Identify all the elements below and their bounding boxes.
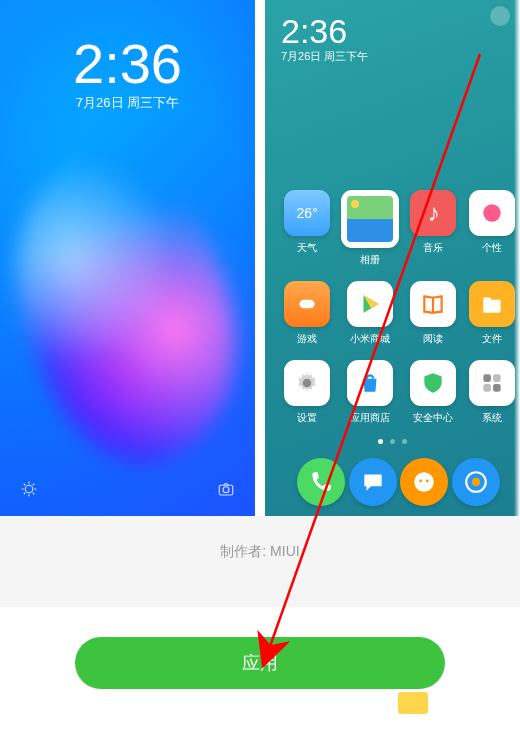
tools-folder-icon [469, 360, 515, 406]
svg-point-2 [223, 487, 229, 493]
app-label: 安全中心 [413, 411, 453, 425]
weather-icon: 26° [284, 190, 330, 236]
svg-point-11 [420, 480, 423, 483]
play-icon [347, 281, 393, 327]
app-label: 个性 [482, 241, 502, 255]
gallery-icon [341, 190, 399, 248]
app-label: 文件 [482, 332, 502, 346]
app-personalize[interactable]: 个性 [468, 190, 516, 267]
lock-clock: 2:36 7月26日 周三下午 [0, 0, 255, 112]
app-gallery[interactable]: 相册 [341, 190, 399, 267]
app-label: 音乐 [423, 241, 443, 255]
gear-icon [284, 360, 330, 406]
app-mi-store[interactable]: 小米商城 [341, 281, 399, 346]
dock-phone-icon[interactable] [297, 458, 345, 506]
svg-rect-9 [493, 384, 501, 392]
app-label: 游戏 [297, 332, 317, 346]
theme-icon [469, 190, 515, 236]
footer-bar: 应用 [0, 607, 520, 701]
svg-point-14 [472, 478, 481, 487]
home-date: 7月26日 周三下午 [281, 49, 504, 64]
app-grid: 26°天气 相册 音乐 个性 游戏 小米商城 阅读 文件 设置 应用商店 安全中… [265, 190, 520, 425]
dock-browser-icon[interactable] [452, 458, 500, 506]
app-label: 阅读 [423, 332, 443, 346]
svg-rect-7 [493, 374, 501, 382]
svg-point-0 [25, 485, 33, 493]
lock-time: 2:36 [0, 36, 255, 92]
dock [265, 458, 520, 506]
home-time: 2:36 [281, 14, 504, 48]
theme-preview-row: 2:36 7月26日 周三下午 2:36 7月26日 周三下午 26°天气 相册… [0, 0, 520, 516]
game-icon [284, 281, 330, 327]
lock-date: 7月26日 周三下午 [0, 94, 255, 112]
app-games[interactable]: 游戏 [283, 281, 331, 346]
app-security[interactable]: 安全中心 [409, 360, 457, 425]
svg-rect-8 [483, 384, 491, 392]
app-label: 应用商店 [350, 411, 390, 425]
svg-point-12 [426, 480, 429, 483]
voice-icon [20, 480, 38, 502]
app-tools[interactable]: 系统 [468, 360, 516, 425]
lockscreen-preview[interactable]: 2:36 7月26日 周三下午 [0, 0, 255, 516]
dock-contacts-icon[interactable] [400, 458, 448, 506]
app-label: 天气 [297, 241, 317, 255]
apply-button[interactable]: 应用 [75, 637, 445, 689]
svg-point-10 [415, 472, 435, 492]
app-label: 小米商城 [350, 332, 390, 346]
music-icon [410, 190, 456, 236]
home-clock: 2:36 7月26日 周三下午 [265, 0, 520, 64]
app-app-store[interactable]: 应用商店 [341, 360, 399, 425]
shield-icon [410, 360, 456, 406]
app-label: 设置 [297, 411, 317, 425]
status-avatar-icon [490, 6, 510, 26]
promo-tag-icon [398, 692, 428, 714]
app-settings[interactable]: 设置 [283, 360, 331, 425]
svg-rect-4 [300, 300, 315, 309]
dock-messages-icon[interactable] [349, 458, 397, 506]
app-files[interactable]: 文件 [468, 281, 516, 346]
author-label: 制作者: MIUI [0, 516, 520, 607]
svg-point-3 [483, 204, 500, 221]
folder-icon [469, 281, 515, 327]
page-indicator [265, 439, 520, 444]
app-music[interactable]: 音乐 [409, 190, 457, 267]
app-weather[interactable]: 26°天气 [283, 190, 331, 267]
app-reader[interactable]: 阅读 [409, 281, 457, 346]
book-icon [410, 281, 456, 327]
homescreen-preview[interactable]: 2:36 7月26日 周三下午 26°天气 相册 音乐 个性 游戏 小米商城 阅… [265, 0, 520, 516]
app-label: 系统 [482, 411, 502, 425]
app-label: 相册 [360, 253, 380, 267]
camera-icon [217, 480, 235, 502]
svg-rect-6 [483, 374, 491, 382]
app-store-icon [347, 360, 393, 406]
